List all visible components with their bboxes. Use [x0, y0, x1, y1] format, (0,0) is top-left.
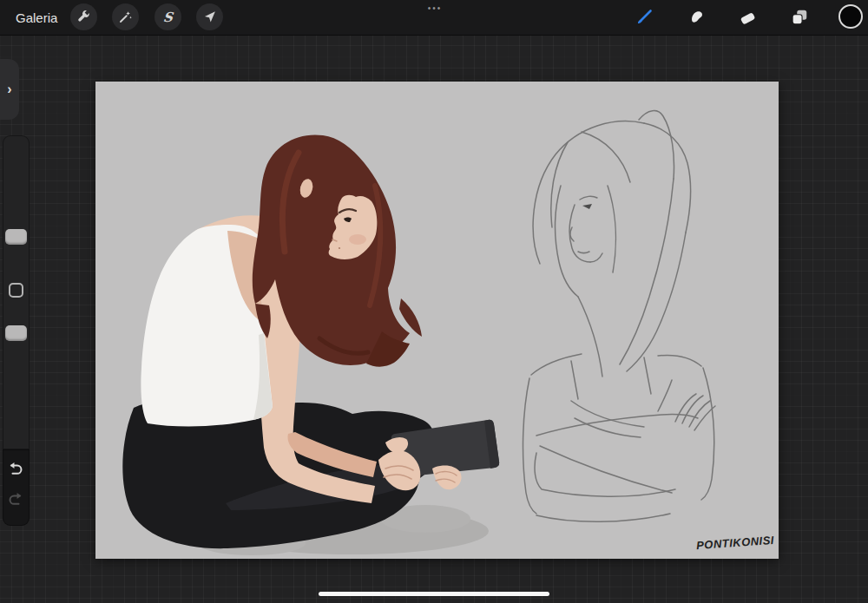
more-options-icon[interactable]: ••• — [423, 3, 447, 15]
gallery-button[interactable]: Galeria — [16, 0, 57, 35]
top-toolbar: Galeria S ••• — [0, 0, 868, 36]
transform-arrow-icon — [202, 10, 217, 24]
redo-icon — [6, 490, 25, 509]
sidebar-expand-tab[interactable]: › — [0, 59, 19, 120]
redo-button[interactable] — [6, 490, 25, 509]
brush-size-slider[interactable] — [5, 229, 27, 245]
opacity-slider[interactable] — [5, 325, 27, 341]
selection-button[interactable]: S — [155, 3, 181, 30]
brush-icon — [634, 7, 654, 28]
selection-s-icon: S — [162, 10, 174, 25]
eraser-icon — [739, 8, 758, 27]
transform-button[interactable] — [196, 3, 223, 30]
smudge-tool-button[interactable] — [683, 3, 710, 30]
erase-tool-button[interactable] — [734, 3, 761, 30]
gallery-label: Galeria — [16, 10, 57, 25]
drawing-canvas[interactable]: PONTIKONISI — [95, 82, 779, 559]
color-circle-icon[interactable] — [838, 4, 863, 29]
smudge-icon — [687, 8, 707, 27]
modify-button[interactable] — [9, 283, 23, 298]
magic-wand-icon — [118, 10, 133, 24]
adjustments-button[interactable] — [112, 3, 139, 30]
wrench-icon — [76, 10, 91, 24]
chevron-right-icon: › — [7, 82, 11, 97]
actions-button[interactable] — [70, 3, 97, 30]
undo-redo-panel — [3, 449, 30, 526]
artwork-illustration — [95, 82, 779, 559]
undo-button[interactable] — [6, 460, 25, 479]
layers-button[interactable] — [786, 3, 812, 30]
home-indicator-bar[interactable] — [319, 592, 549, 596]
paint-tool-button[interactable] — [630, 3, 657, 30]
brush-sidebar — [3, 135, 30, 449]
layers-icon — [790, 8, 809, 27]
undo-icon — [6, 460, 25, 479]
